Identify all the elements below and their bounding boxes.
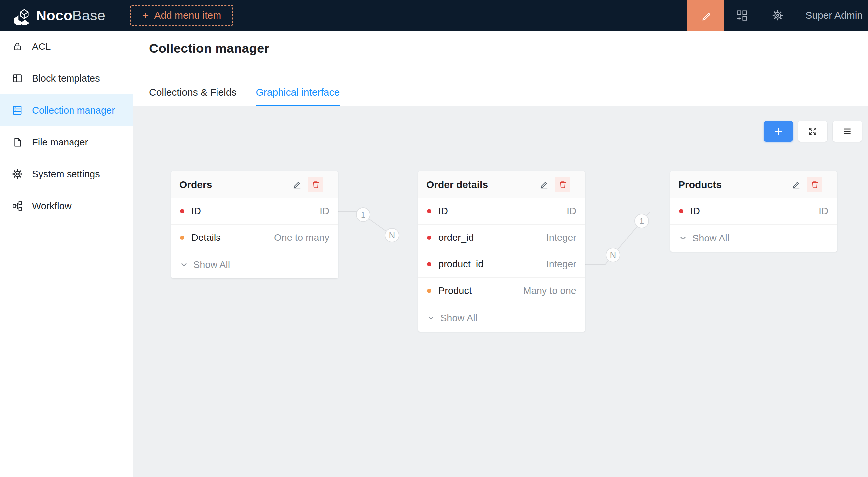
field-type: Integer bbox=[547, 259, 576, 270]
gear-icon bbox=[12, 169, 23, 179]
graph-canvas[interactable]: 1 N N 1 + bbox=[133, 106, 868, 477]
cardinality-circle bbox=[606, 248, 620, 262]
field-name: order_id bbox=[438, 232, 473, 243]
show-all-toggle[interactable]: Show All bbox=[418, 304, 585, 332]
field-row[interactable]: Product Many to one bbox=[418, 278, 585, 304]
field-row[interactable]: order_id Integer bbox=[418, 225, 585, 251]
trash-icon bbox=[311, 180, 320, 189]
tab-graphical-interface[interactable]: Graphical interface bbox=[256, 87, 340, 106]
field-interface-dot bbox=[427, 289, 431, 293]
delete-collection-button[interactable] bbox=[555, 177, 570, 192]
settings-button[interactable] bbox=[760, 0, 796, 31]
field-type: ID bbox=[319, 206, 329, 216]
settings-sidebar: ACL Block templates Collection manager bbox=[0, 31, 133, 477]
nocobase-app: NocoBase + Add menu item bbox=[0, 0, 868, 477]
sidebar-item-collection-manager[interactable]: Collection manager bbox=[0, 94, 133, 126]
logo-text: NocoBase bbox=[36, 7, 106, 24]
field-type: One to many bbox=[274, 232, 329, 243]
edit-collection-button[interactable] bbox=[791, 180, 801, 190]
edit-collection-button[interactable] bbox=[292, 180, 302, 190]
cardinality-circle bbox=[634, 214, 649, 228]
chevron-down-icon bbox=[180, 261, 188, 269]
collection-card-products[interactable]: Products ID ID bbox=[671, 171, 837, 252]
field-interface-dot bbox=[427, 262, 431, 266]
plugin-manager-icon bbox=[736, 10, 747, 21]
lock-icon bbox=[12, 41, 23, 52]
settings-gear-icon bbox=[772, 10, 783, 21]
show-all-label: Show All bbox=[440, 313, 477, 323]
field-row[interactable]: ID ID bbox=[171, 198, 338, 225]
collection-list-menu-button[interactable] bbox=[833, 121, 862, 141]
tab-bar: Collections & Fields Graphical interface bbox=[149, 87, 340, 106]
collection-title: Products bbox=[678, 179, 791, 190]
sidebar-item-label: Workflow bbox=[32, 201, 71, 212]
collection-card-orders[interactable]: Orders ID ID bbox=[171, 171, 338, 278]
cardinality-label: N bbox=[610, 250, 616, 260]
plugin-manager-button[interactable] bbox=[724, 0, 760, 31]
card-header: Orders bbox=[171, 171, 338, 198]
design-mode-button[interactable] bbox=[687, 0, 724, 31]
sidebar-item-acl[interactable]: ACL bbox=[0, 31, 133, 63]
field-name: Details bbox=[191, 232, 221, 243]
add-menu-item-button[interactable]: + Add menu item bbox=[130, 5, 234, 26]
page-title: Collection manager bbox=[149, 41, 269, 56]
sidebar-item-system-settings[interactable]: System settings bbox=[0, 158, 133, 190]
delete-collection-button[interactable] bbox=[308, 177, 323, 192]
add-collection-button[interactable]: + bbox=[764, 121, 793, 141]
field-interface-dot bbox=[679, 209, 683, 213]
tab-collections-fields[interactable]: Collections & Fields bbox=[149, 87, 237, 106]
logo-base: Base bbox=[72, 7, 106, 23]
collection-title: Order details bbox=[426, 179, 539, 190]
workflow-icon bbox=[12, 201, 23, 211]
cardinality-label: 1 bbox=[361, 210, 366, 219]
sidebar-item-block-templates[interactable]: Block templates bbox=[0, 63, 133, 94]
card-header: Products bbox=[671, 171, 837, 198]
sidebar-item-label: ACL bbox=[32, 41, 51, 52]
field-name: ID bbox=[438, 206, 448, 216]
top-bar: NocoBase + Add menu item bbox=[0, 0, 868, 31]
field-interface-dot bbox=[180, 209, 184, 213]
sidebar-item-label: File manager bbox=[32, 137, 88, 148]
plus-icon: + bbox=[142, 10, 149, 21]
show-all-label: Show All bbox=[692, 233, 729, 244]
layout-icon bbox=[12, 73, 23, 84]
field-name: ID bbox=[690, 206, 700, 216]
field-row[interactable]: ID ID bbox=[671, 198, 837, 225]
card-header: Order details bbox=[418, 171, 585, 198]
design-mode-pen-icon bbox=[700, 10, 711, 21]
edit-pencil-icon bbox=[791, 180, 801, 190]
user-menu[interactable]: Super Admin bbox=[805, 10, 863, 21]
show-all-toggle[interactable]: Show All bbox=[671, 225, 837, 252]
show-all-toggle[interactable]: Show All bbox=[171, 251, 338, 278]
logo-noco: Noco bbox=[36, 7, 72, 23]
collection-table-icon bbox=[12, 105, 23, 115]
field-interface-dot bbox=[180, 236, 184, 240]
field-row[interactable]: ID ID bbox=[418, 198, 585, 225]
field-row[interactable]: Details One to many bbox=[171, 225, 338, 251]
cardinality-label: 1 bbox=[639, 216, 644, 226]
menu-icon bbox=[842, 126, 852, 136]
delete-collection-button[interactable] bbox=[807, 177, 823, 192]
field-type: Integer bbox=[547, 232, 576, 243]
edge-orders-orderdetails bbox=[338, 211, 417, 238]
trash-icon bbox=[558, 180, 567, 189]
field-type: Many to one bbox=[523, 285, 576, 296]
sidebar-item-label: Block templates bbox=[32, 73, 100, 84]
field-name: product_id bbox=[438, 259, 483, 270]
field-type: ID bbox=[819, 206, 829, 216]
cardinality-circle bbox=[385, 228, 399, 242]
field-row[interactable]: product_id Integer bbox=[418, 251, 585, 278]
chevron-down-icon bbox=[679, 234, 687, 242]
collection-card-order-details[interactable]: Order details ID ID bbox=[418, 171, 585, 332]
edit-collection-button[interactable] bbox=[539, 180, 549, 190]
page-header: Collection manager Collections & Fields … bbox=[133, 31, 868, 106]
trash-icon bbox=[810, 180, 819, 189]
sidebar-item-workflow[interactable]: Workflow bbox=[0, 190, 133, 222]
fullscreen-button[interactable] bbox=[798, 121, 828, 141]
sidebar-item-file-manager[interactable]: File manager bbox=[0, 126, 133, 158]
field-name: Product bbox=[438, 285, 472, 296]
nocobase-logo: NocoBase bbox=[0, 6, 106, 25]
plus-icon: + bbox=[774, 123, 782, 139]
show-all-label: Show All bbox=[193, 260, 230, 270]
field-interface-dot bbox=[427, 236, 431, 240]
